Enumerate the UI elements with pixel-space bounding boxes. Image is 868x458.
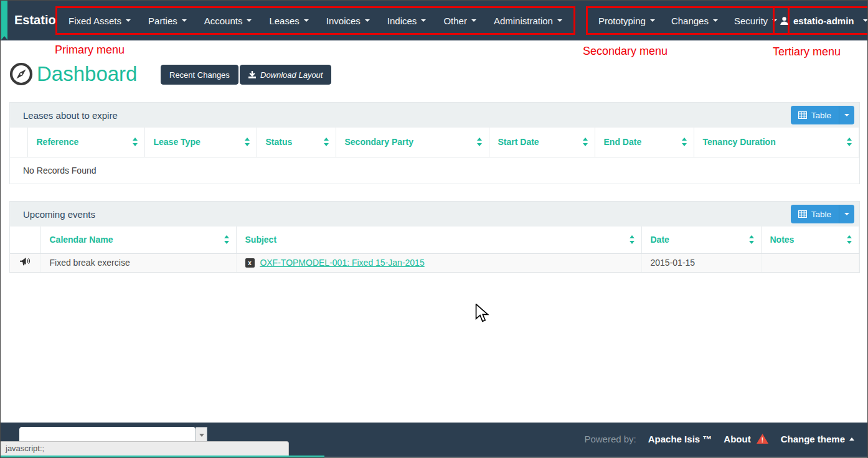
app-brand[interactable]: Estatio (14, 1, 56, 40)
about-link[interactable]: About ! (724, 433, 768, 444)
tertiary-menu-annotation-box: estatio-admin (773, 6, 868, 35)
column-header-spacer (10, 128, 27, 157)
sort-icon[interactable] (847, 138, 852, 146)
sort-icon[interactable] (847, 235, 852, 244)
column-header-date[interactable]: Date (641, 227, 761, 253)
nav-label: Leases (269, 16, 299, 26)
events-table-view-button[interactable]: Table (791, 205, 854, 223)
recent-changes-label: Recent Changes (169, 70, 230, 80)
events-header-row: Calendar Name Subject Date Notes (10, 227, 859, 253)
table-view-dropdown[interactable] (839, 205, 854, 223)
event-date: 2015-01-15 (641, 253, 761, 272)
chevron-down-icon (304, 19, 309, 22)
table-icon (798, 210, 807, 218)
sort-icon[interactable] (133, 138, 138, 146)
leases-table-view-button[interactable]: Table (791, 106, 854, 124)
compass-icon (9, 62, 34, 86)
nav-administration[interactable]: Administration (485, 16, 571, 26)
chevron-up-icon (849, 437, 854, 441)
nav-parties[interactable]: Parties (139, 16, 196, 26)
column-header-reference[interactable]: Reference (27, 128, 144, 157)
column-header-lease-type[interactable]: Lease Type (144, 128, 257, 157)
about-label: About (724, 434, 750, 444)
chevron-down-icon (650, 19, 655, 22)
no-records-row: No Records Found (10, 157, 859, 184)
change-theme-label: Change theme (781, 434, 845, 444)
tertiary-menu-annotation-label: Tertiary menu (773, 45, 841, 58)
chevron-down-icon (844, 114, 849, 116)
event-calendar-name: Fixed break exercise (40, 253, 236, 272)
nav-label: Invoices (326, 16, 361, 26)
nav-label: Indices (387, 16, 417, 26)
table-button-label: Table (811, 111, 831, 120)
chevron-down-icon (557, 19, 562, 22)
column-header-notes[interactable]: Notes (761, 227, 859, 253)
chevron-down-icon (247, 19, 252, 22)
nav-label: Accounts (204, 16, 243, 26)
page-title: Dashboard (37, 62, 137, 86)
column-header-start-date[interactable]: Start Date (489, 128, 595, 157)
column-header-calendar-name[interactable]: Calendar Name (40, 227, 236, 253)
leases-table: Reference Lease Type Status Secondary Pa… (10, 128, 859, 184)
events-panel-title: Upcoming events (23, 209, 95, 220)
table-view-dropdown[interactable] (839, 106, 854, 124)
sort-icon[interactable] (224, 235, 230, 244)
primary-menu-annotation-box: Fixed Assets Parties Accounts Leases Inv… (55, 6, 575, 35)
nav-indices[interactable]: Indices (379, 16, 435, 26)
sort-icon[interactable] (630, 235, 635, 244)
events-panel-header: Upcoming events Table (10, 202, 859, 227)
events-table: Calendar Name Subject Date Notes (10, 227, 859, 273)
download-icon (248, 71, 256, 78)
nav-changes[interactable]: Changes (663, 16, 726, 26)
column-header-end-date[interactable]: End Date (595, 128, 694, 157)
change-theme-link[interactable]: Change theme (781, 434, 854, 444)
mouse-cursor (475, 304, 491, 324)
user-menu[interactable]: estatio-admin (780, 16, 868, 26)
apache-isis-link[interactable]: Apache Isis ™ (648, 434, 712, 444)
download-layout-button[interactable]: Download Layout (240, 65, 331, 85)
powered-by-label: Powered by: (584, 434, 636, 444)
event-subject-cell: x OXF-TOPMODEL-001: Fixed 15-Jan-2015 (236, 253, 641, 272)
recent-changes-button[interactable]: Recent Changes (161, 65, 238, 85)
chevron-down-icon (863, 19, 868, 22)
user-name: estatio-admin (793, 16, 854, 26)
column-header-status[interactable]: Status (257, 128, 336, 157)
nav-other[interactable]: Other (435, 16, 485, 26)
event-source-badge[interactable]: x (245, 258, 255, 268)
nav-accounts[interactable]: Accounts (196, 16, 261, 26)
column-header-secondary-party[interactable]: Secondary Party (336, 128, 489, 157)
nav-label: Security (734, 16, 768, 26)
chevron-down-icon (713, 19, 718, 22)
top-navbar: Estatio Fixed Assets Parties Accounts Le… (1, 1, 867, 40)
chevron-down-icon (126, 19, 131, 22)
event-icon-cell (10, 253, 40, 272)
event-table-row: Fixed break exercise x OXF-TOPMODEL-001:… (10, 253, 859, 272)
sort-icon[interactable] (245, 138, 250, 146)
nav-leases[interactable]: Leases (260, 16, 317, 26)
column-header-spacer (10, 227, 40, 253)
sort-icon[interactable] (477, 138, 483, 146)
chevron-down-icon (844, 213, 849, 215)
chevron-down-icon (182, 19, 187, 22)
nav-invoices[interactable]: Invoices (318, 16, 379, 26)
chevron-down-icon (421, 19, 426, 22)
nav-prototyping[interactable]: Prototyping (590, 16, 663, 26)
sort-icon[interactable] (324, 138, 329, 146)
nav-label: Fixed Assets (68, 16, 121, 26)
sort-icon[interactable] (749, 235, 755, 244)
column-header-subject[interactable]: Subject (236, 227, 641, 253)
nav-label: Changes (671, 16, 709, 26)
column-header-tenancy-duration[interactable]: Tenancy Duration (694, 128, 859, 157)
sort-icon[interactable] (682, 138, 687, 146)
nav-fixed-assets[interactable]: Fixed Assets (60, 16, 139, 26)
secondary-menu-annotation-box: Prototyping Changes Security (586, 6, 790, 35)
event-subject-link[interactable]: OXF-TOPMODEL-001: Fixed 15-Jan-2015 (260, 258, 424, 268)
estatio-dashboard-screen: Estatio Fixed Assets Parties Accounts Le… (0, 0, 868, 458)
sort-icon[interactable] (583, 138, 588, 146)
nav-label: Prototyping (598, 16, 646, 26)
nav-label: Administration (494, 16, 553, 26)
bookmark-ribbon-icon (1, 1, 7, 36)
leases-panel-title: Leases about to expire (23, 110, 118, 121)
chevron-down-icon (365, 19, 370, 22)
user-icon (780, 16, 789, 26)
